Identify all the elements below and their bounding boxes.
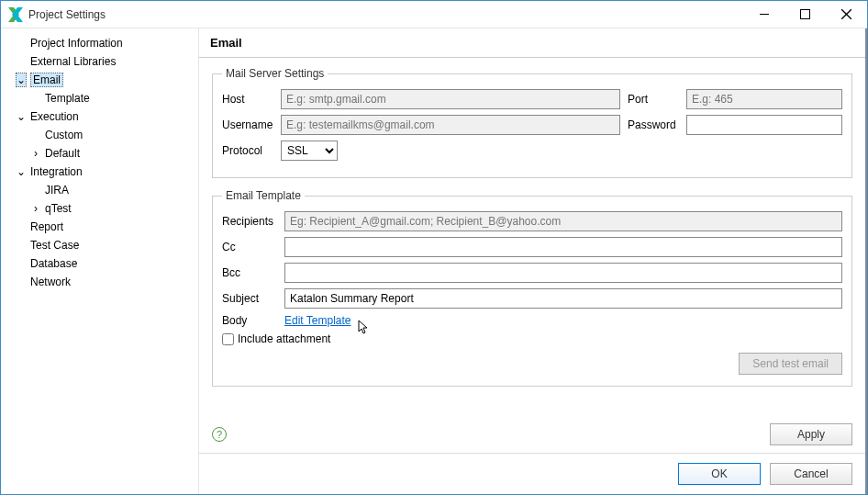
tree-item-report[interactable]: Report	[1, 218, 198, 236]
host-label: Host	[222, 93, 273, 106]
tree-item-test-case[interactable]: Test Case	[1, 236, 198, 254]
titlebar: Project Settings	[1, 1, 867, 28]
password-label: Password	[628, 118, 679, 131]
tree-item-network[interactable]: Network	[1, 273, 198, 291]
include-attachment-label: Include attachment	[238, 332, 330, 345]
ok-button[interactable]: OK	[678, 463, 761, 485]
edit-template-link[interactable]: Edit Template	[284, 314, 351, 327]
username-input[interactable]	[281, 115, 620, 135]
mail-server-legend: Mail Server Settings	[222, 67, 328, 80]
window-right-edge	[865, 28, 867, 494]
tree-item-default[interactable]: ›Default	[1, 144, 198, 163]
cc-label: Cc	[222, 241, 277, 253]
chevron-right-icon[interactable]: ›	[30, 202, 41, 215]
window-close-button[interactable]	[826, 1, 867, 28]
dialog-buttons: OK Cancel	[199, 453, 865, 494]
bcc-input[interactable]	[284, 263, 842, 283]
tree-item-qtest[interactable]: ›qTest	[1, 199, 198, 218]
tree-item-custom[interactable]: Custom	[1, 126, 198, 144]
chevron-down-icon[interactable]: ⌄	[16, 110, 27, 123]
settings-page: Email Mail Server Settings Host Port Use…	[198, 28, 865, 494]
project-settings-window: Project Settings Project Information Ext…	[0, 0, 868, 495]
chevron-right-icon[interactable]: ›	[30, 147, 41, 160]
recipients-label: Recipients	[222, 215, 277, 228]
window-maximize-button[interactable]	[785, 1, 826, 28]
cancel-button[interactable]: Cancel	[770, 463, 852, 485]
email-template-group: Email Template Recipients Cc Bcc Sub	[212, 189, 852, 387]
app-logo-icon	[8, 7, 23, 22]
email-template-legend: Email Template	[222, 189, 305, 202]
port-label: Port	[628, 93, 679, 106]
window-title: Project Settings	[28, 8, 743, 21]
cc-input[interactable]	[284, 237, 842, 257]
send-test-email-button[interactable]: Send test email	[739, 353, 842, 375]
username-label: Username	[222, 118, 273, 131]
tree-item-external-libraries[interactable]: External Libraries	[1, 52, 198, 71]
settings-tree[interactable]: Project Information External Libraries ⌄…	[1, 28, 198, 494]
tree-item-integration[interactable]: ⌄Integration	[1, 163, 198, 181]
host-input[interactable]	[281, 89, 620, 109]
subject-label: Subject	[222, 292, 277, 305]
chevron-down-icon[interactable]: ⌄	[16, 165, 27, 178]
window-minimize-button[interactable]	[743, 1, 785, 28]
page-title: Email	[199, 28, 865, 57]
protocol-label: Protocol	[222, 144, 273, 157]
body-label: Body	[222, 314, 277, 327]
tree-item-execution[interactable]: ⌄Execution	[1, 107, 198, 126]
tree-item-jira[interactable]: JIRA	[1, 181, 198, 199]
tree-item-email[interactable]: ⌄Email	[1, 71, 198, 89]
chevron-down-icon[interactable]: ⌄	[16, 73, 27, 87]
mail-server-settings-group: Mail Server Settings Host Port Username …	[212, 67, 852, 178]
password-input[interactable]	[686, 115, 842, 135]
help-icon[interactable]: ?	[212, 427, 227, 442]
tree-item-project-information[interactable]: Project Information	[1, 34, 198, 52]
apply-button[interactable]: Apply	[770, 423, 852, 445]
port-input[interactable]	[686, 89, 842, 109]
protocol-select[interactable]: SSL	[281, 141, 338, 161]
subject-input[interactable]	[284, 288, 842, 309]
tree-item-template[interactable]: Template	[1, 89, 198, 107]
tree-item-database[interactable]: Database	[1, 254, 198, 273]
bcc-label: Bcc	[222, 266, 277, 279]
recipients-input[interactable]	[284, 211, 842, 231]
include-attachment-checkbox[interactable]	[222, 333, 234, 345]
